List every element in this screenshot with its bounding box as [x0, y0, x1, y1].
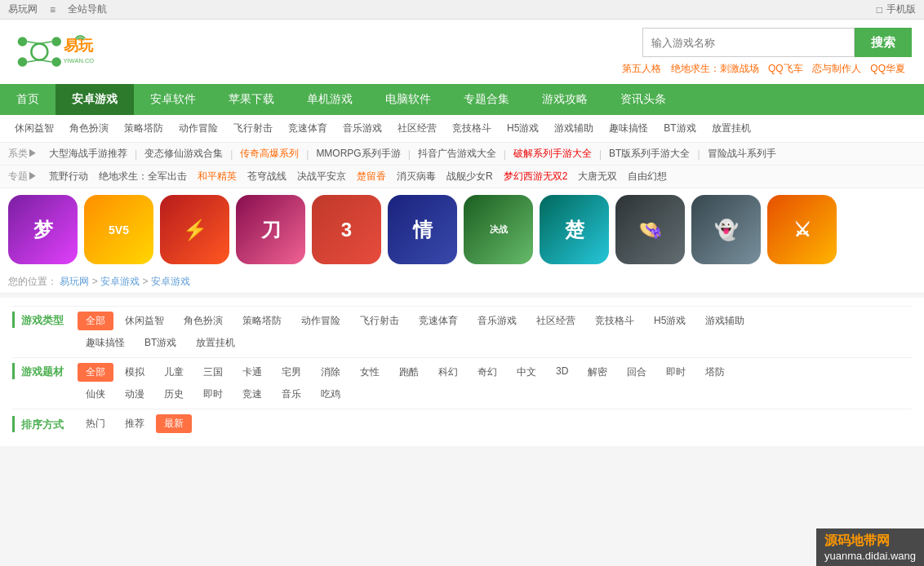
- hot-link-1[interactable]: 第五人格: [622, 63, 661, 74]
- theme-tag-speed[interactable]: 竞速: [234, 385, 270, 404]
- cat-crack[interactable]: 破解系列手游大全: [513, 147, 592, 161]
- global-nav-link[interactable]: 全站导航: [68, 2, 107, 16]
- theme-tag-cn[interactable]: 中文: [509, 363, 544, 382]
- game-icon-4[interactable]: 刀: [236, 195, 305, 264]
- sub-nav-leisure[interactable]: 休闲益智: [8, 120, 60, 137]
- theme-tag-turn[interactable]: 回合: [619, 363, 655, 382]
- type-tag-flying[interactable]: 飞行射击: [352, 312, 407, 330]
- sub-nav-tools[interactable]: 游戏辅助: [548, 120, 600, 137]
- type-tag-h5[interactable]: H5游戏: [646, 312, 694, 330]
- theme-tag-xia[interactable]: 仙侠: [78, 385, 113, 404]
- game-icon-1[interactable]: 梦: [8, 195, 78, 264]
- mobile-version-link[interactable]: 手机版: [886, 2, 916, 16]
- game-icon-9[interactable]: 👒: [615, 195, 685, 264]
- nav-item-topics[interactable]: 专题合集: [447, 84, 526, 115]
- game-icon-7[interactable]: 决战: [464, 195, 533, 264]
- cat-bt-series[interactable]: BT版系列手游大全: [609, 147, 690, 161]
- topic-peaceelite[interactable]: 和平精英: [198, 170, 237, 184]
- theme-tag-3kingdoms[interactable]: 三国: [195, 363, 231, 382]
- type-tag-idle[interactable]: 放置挂机: [188, 334, 243, 352]
- type-tag-racing[interactable]: 竞速体育: [411, 312, 466, 330]
- nav-item-pc-software[interactable]: 电脑软件: [369, 84, 447, 115]
- sort-hot[interactable]: 热门: [78, 414, 113, 433]
- game-icon-8[interactable]: 楚: [540, 195, 609, 264]
- theme-tag-female[interactable]: 女性: [352, 363, 388, 382]
- topic-free[interactable]: 自由幻想: [628, 170, 667, 184]
- theme-tag-puzzle[interactable]: 解密: [580, 363, 615, 382]
- topic-dream[interactable]: 梦幻西游无双2: [504, 170, 568, 184]
- sub-nav-h5[interactable]: H5游戏: [500, 120, 545, 137]
- sub-nav-music[interactable]: 音乐游戏: [336, 120, 389, 137]
- sub-nav-social[interactable]: 社区经营: [391, 120, 443, 137]
- hot-link-5[interactable]: QQ华夏: [870, 63, 905, 74]
- type-tag-all[interactable]: 全部: [78, 312, 113, 330]
- topic-pubg[interactable]: 绝地求生：全军出击: [99, 170, 187, 184]
- theme-tag-otaku[interactable]: 宅男: [273, 363, 309, 382]
- nav-item-home[interactable]: 首页: [0, 84, 56, 115]
- nav-item-apple-download[interactable]: 苹果下载: [212, 84, 291, 115]
- cat-mmorpg[interactable]: MMORPG系列手游: [316, 147, 400, 161]
- game-icon-5[interactable]: 3: [312, 195, 381, 264]
- breadcrumb-android[interactable]: 安卓游戏: [100, 276, 140, 287]
- sub-nav-strategy[interactable]: 策略塔防: [118, 120, 170, 137]
- sub-nav-idle[interactable]: 放置挂机: [705, 120, 757, 137]
- theme-tag-cartoon[interactable]: 卡通: [234, 363, 270, 382]
- type-tag-role[interactable]: 角色扮演: [175, 312, 231, 330]
- topic-ship[interactable]: 战舰少女R: [446, 170, 493, 184]
- sub-nav-bt[interactable]: BT游戏: [657, 120, 702, 137]
- nav-item-android-software[interactable]: 安卓软件: [134, 84, 212, 115]
- type-tag-fighting[interactable]: 竞技格斗: [587, 312, 642, 330]
- sort-newest[interactable]: 最新: [156, 414, 192, 433]
- nav-item-news[interactable]: 资讯头条: [604, 84, 682, 115]
- sub-nav-racing[interactable]: 竞速体育: [282, 120, 334, 137]
- theme-tag-run[interactable]: 跑酷: [391, 363, 427, 382]
- theme-tag-sim[interactable]: 模拟: [117, 363, 153, 382]
- hot-link-2[interactable]: 绝地求生：刺激战场: [671, 63, 759, 74]
- cat-douyin[interactable]: 抖音广告游戏大全: [418, 147, 496, 161]
- theme-tag-tower[interactable]: 塔防: [697, 363, 733, 382]
- type-tag-bt[interactable]: BT游戏: [136, 334, 184, 352]
- theme-tag-music[interactable]: 音乐: [273, 385, 309, 404]
- theme-tag-match[interactable]: 消除: [313, 363, 349, 382]
- game-icon-11[interactable]: ⚔: [767, 195, 837, 264]
- theme-tag-realtime[interactable]: 即时: [658, 363, 694, 382]
- theme-tag-realtime2[interactable]: 即时: [195, 385, 231, 404]
- theme-tag-3d[interactable]: 3D: [548, 363, 576, 382]
- topic-battle[interactable]: 决战平安京: [297, 170, 346, 184]
- hot-link-3[interactable]: QQ飞车: [768, 63, 803, 74]
- game-icon-6[interactable]: 情: [388, 195, 457, 264]
- topic-chu[interactable]: 楚留香: [357, 170, 386, 184]
- sub-nav-fighting[interactable]: 竞技格斗: [446, 120, 498, 137]
- sub-nav-action[interactable]: 动作冒险: [172, 120, 224, 137]
- nav-item-android-games[interactable]: 安卓游戏: [56, 84, 134, 115]
- hot-link-4[interactable]: 恋与制作人: [812, 63, 861, 74]
- cat-sea-battle[interactable]: 大型海战手游推荐: [49, 147, 127, 161]
- topic-datang[interactable]: 大唐无双: [578, 170, 617, 184]
- theme-tag-chicken[interactable]: 吃鸡: [313, 385, 349, 404]
- breadcrumb-current[interactable]: 安卓游戏: [151, 276, 190, 287]
- sub-nav-role[interactable]: 角色扮演: [63, 120, 115, 137]
- sort-recommend[interactable]: 推荐: [117, 414, 153, 433]
- cat-legend[interactable]: 传奇高爆系列: [240, 147, 299, 161]
- theme-tag-scifi[interactable]: 科幻: [430, 363, 466, 382]
- type-tag-action[interactable]: 动作冒险: [293, 312, 349, 330]
- sub-nav-shooting[interactable]: 飞行射击: [227, 120, 279, 137]
- game-icon-3[interactable]: ⚡: [160, 195, 229, 264]
- type-tag-tools[interactable]: 游戏辅助: [697, 312, 753, 330]
- game-icon-2[interactable]: 5V5: [84, 195, 153, 264]
- topic-wilderness[interactable]: 荒野行动: [49, 170, 88, 184]
- theme-tag-kids[interactable]: 儿童: [156, 363, 192, 382]
- search-input[interactable]: [642, 28, 855, 57]
- topic-virus[interactable]: 消灭病毒: [397, 170, 436, 184]
- nav-item-guides[interactable]: 游戏攻略: [526, 84, 604, 115]
- type-tag-music[interactable]: 音乐游戏: [469, 312, 525, 330]
- nav-item-single-games[interactable]: 单机游戏: [291, 84, 369, 115]
- theme-tag-fantasy[interactable]: 奇幻: [469, 363, 505, 382]
- topic-cang[interactable]: 苍穹战线: [247, 170, 287, 184]
- type-tag-strategy[interactable]: 策略塔防: [234, 312, 290, 330]
- breadcrumb-home[interactable]: 易玩网: [60, 276, 89, 287]
- theme-tag-anime[interactable]: 动漫: [117, 385, 153, 404]
- type-tag-social[interactable]: 社区经营: [528, 312, 584, 330]
- type-tag-leisure[interactable]: 休闲益智: [117, 312, 172, 330]
- type-tag-funny[interactable]: 趣味搞怪: [78, 334, 133, 352]
